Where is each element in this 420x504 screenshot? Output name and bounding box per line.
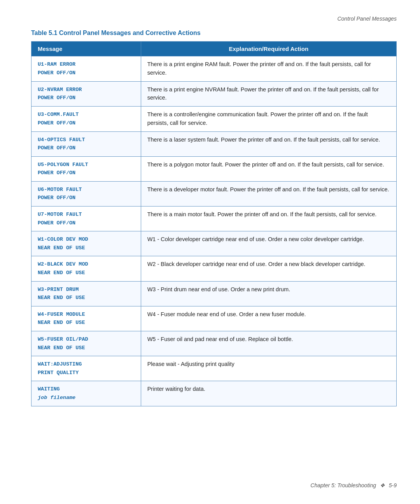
message-line2: POWER OFF/ON xyxy=(38,219,135,228)
footer-chapter: Chapter 5: Troubleshooting xyxy=(310,482,376,488)
message-line1: WAIT:ADJUSTING xyxy=(38,360,135,369)
header-title: Control Panel Messages xyxy=(337,16,397,22)
message-line2: POWER OFF/ON xyxy=(38,169,135,177)
table-row: W2-BLACK DEV MODNEAR END OF USEW2 - Blac… xyxy=(32,256,397,281)
message-line1: U4-OPTICS FAULT xyxy=(38,136,135,144)
main-table: Message Explanation/Required Action U1-R… xyxy=(31,41,397,406)
message-line1: WAITING xyxy=(38,385,135,394)
explanation-cell: W1 - Color developer cartridge near end … xyxy=(141,231,396,256)
message-cell: U4-OPTICS FAULTPOWER OFF/ON xyxy=(32,131,141,156)
message-line1: U1-RAM ERROR xyxy=(38,60,135,69)
table-row: WAIT:ADJUSTINGPRINT QUALITYPlease wait -… xyxy=(32,356,397,381)
table-row: W3-PRINT DRUMNEAR END OF USEW3 - Print d… xyxy=(32,281,397,306)
message-line2: PRINT QUALITY xyxy=(38,369,135,377)
message-line2: POWER OFF/ON xyxy=(38,144,135,152)
table-title-text: Table 5.1 Control Panel Messages and Cor… xyxy=(31,30,201,36)
message-cell: U2-NVRAM ERRORPOWER OFF/ON xyxy=(32,81,141,107)
explanation-cell: Printer waiting for data. xyxy=(141,381,396,406)
page-header: Control Panel Messages xyxy=(31,16,397,22)
table-row: U3-COMM.FAULTPOWER OFF/ONThere is a cont… xyxy=(32,107,397,132)
message-line2: POWER OFF/ON xyxy=(38,119,135,128)
table-row: W1-COLOR DEV MODNEAR END OF USEW1 - Colo… xyxy=(32,231,397,256)
message-line2: NEAR END OF USE xyxy=(38,244,135,252)
message-line1: U6-MOTOR FAULT xyxy=(38,186,135,194)
message-line1: U3-COMM.FAULT xyxy=(38,110,135,119)
message-cell: W5-FUSER OIL/PADNEAR END OF USE xyxy=(32,331,141,356)
explanation-cell: There is a print engine RAM fault. Power… xyxy=(141,56,396,82)
explanation-cell: W3 - Print drum near end of use. Order a… xyxy=(141,281,396,306)
message-line1: U2-NVRAM ERROR xyxy=(38,86,135,94)
table-row: U6-MOTOR FAULTPOWER OFF/ONThere is a dev… xyxy=(32,181,397,206)
explanation-cell: W5 - Fuser oil and pad near end of use. … xyxy=(141,331,396,356)
message-cell: U6-MOTOR FAULTPOWER OFF/ON xyxy=(32,181,141,206)
table-row: WAITINGjob filenamePrinter waiting for d… xyxy=(32,381,397,406)
col-header-explanation: Explanation/Required Action xyxy=(141,42,396,56)
table-row: U1-RAM ERRORPOWER OFF/ONThere is a print… xyxy=(32,56,397,82)
message-line2: job filename xyxy=(38,394,135,402)
table-row: U7-MOTOR FAULTPOWER OFF/ONThere is a mai… xyxy=(32,206,397,231)
page-footer: Chapter 5: Troubleshooting ❖ 5-9 xyxy=(310,482,397,488)
table-row: U4-OPTICS FAULTPOWER OFF/ONThere is a la… xyxy=(32,131,397,156)
explanation-cell: There is a polygon motor fault. Power th… xyxy=(141,156,396,181)
explanation-cell: There is a developer motor fault. Power … xyxy=(141,181,396,206)
message-cell: U1-RAM ERRORPOWER OFF/ON xyxy=(32,56,141,82)
table-row: W5-FUSER OIL/PADNEAR END OF USEW5 - Fuse… xyxy=(32,331,397,356)
message-line2: POWER OFF/ON xyxy=(38,194,135,202)
table-row: W4-FUSER MODULENEAR END OF USEW4 - Fuser… xyxy=(32,306,397,331)
table-title: Table 5.1 Control Panel Messages and Cor… xyxy=(31,30,397,37)
message-cell: WAIT:ADJUSTINGPRINT QUALITY xyxy=(32,356,141,381)
table-row: U2-NVRAM ERRORPOWER OFF/ONThere is a pri… xyxy=(32,81,397,107)
message-line1: U7-MOTOR FAULT xyxy=(38,210,135,219)
message-cell: W3-PRINT DRUMNEAR END OF USE xyxy=(32,281,141,306)
footer-page: 5-9 xyxy=(389,482,397,488)
explanation-cell: W2 - Black developer cartridge near end … xyxy=(141,256,396,281)
message-line2: POWER OFF/ON xyxy=(38,69,135,77)
table-header-row: Message Explanation/Required Action xyxy=(32,42,397,56)
message-line1: W1-COLOR DEV MOD xyxy=(38,235,135,244)
table-body: U1-RAM ERRORPOWER OFF/ONThere is a print… xyxy=(32,56,397,406)
col-header-message: Message xyxy=(32,42,141,56)
message-line2: NEAR END OF USE xyxy=(38,294,135,302)
message-cell: U3-COMM.FAULTPOWER OFF/ON xyxy=(32,107,141,132)
explanation-cell: There is a main motor fault. Power the p… xyxy=(141,206,396,231)
message-cell: WAITINGjob filename xyxy=(32,381,141,406)
message-line2: NEAR END OF USE xyxy=(38,269,135,277)
message-line2: NEAR END OF USE xyxy=(38,344,135,352)
explanation-cell: There is a controller/engine communicati… xyxy=(141,107,396,132)
message-line1: W5-FUSER OIL/PAD xyxy=(38,335,135,344)
message-line1: W3-PRINT DRUM xyxy=(38,285,135,294)
message-cell: W1-COLOR DEV MODNEAR END OF USE xyxy=(32,231,141,256)
message-cell: U5-POLYGON FAULTPOWER OFF/ON xyxy=(32,156,141,181)
explanation-cell: Please wait - Adjusting print quality xyxy=(141,356,396,381)
explanation-cell: There is a print engine NVRAM fault. Pow… xyxy=(141,81,396,107)
message-line1: W4-FUSER MODULE xyxy=(38,310,135,319)
message-line2: NEAR END OF USE xyxy=(38,318,135,327)
message-cell: W2-BLACK DEV MODNEAR END OF USE xyxy=(32,256,141,281)
message-cell: W4-FUSER MODULENEAR END OF USE xyxy=(32,306,141,331)
footer-diamond: ❖ xyxy=(380,482,385,488)
explanation-cell: W4 - Fuser module near end of use. Order… xyxy=(141,306,396,331)
table-row: U5-POLYGON FAULTPOWER OFF/ONThere is a p… xyxy=(32,156,397,181)
page-container: Control Panel Messages Table 5.1 Control… xyxy=(0,0,420,504)
explanation-cell: There is a laser system fault. Power the… xyxy=(141,131,396,156)
message-line1: W2-BLACK DEV MOD xyxy=(38,260,135,269)
message-cell: U7-MOTOR FAULTPOWER OFF/ON xyxy=(32,206,141,231)
message-line1: U5-POLYGON FAULT xyxy=(38,161,135,169)
message-line2: POWER OFF/ON xyxy=(38,94,135,102)
